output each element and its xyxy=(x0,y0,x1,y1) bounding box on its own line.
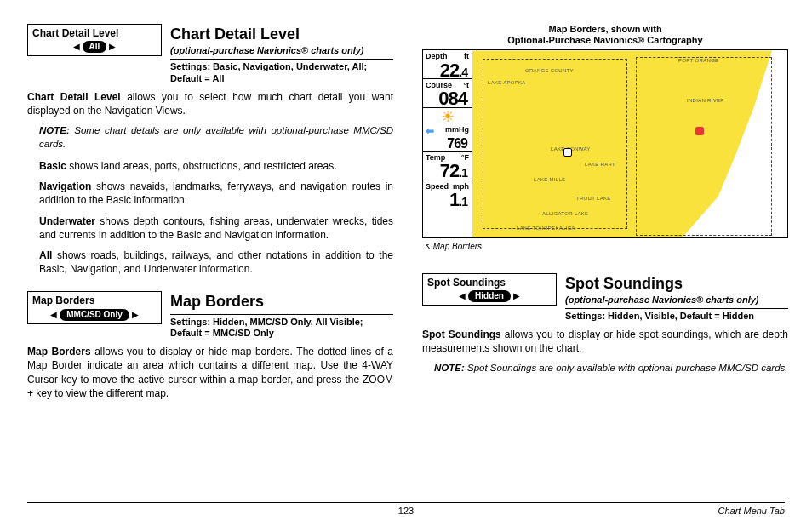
navigation-desc: Navigation shows navaids, landmarks, fer… xyxy=(39,180,393,207)
page-number: 123 xyxy=(398,506,414,516)
map-borders-intro: Map Borders allows you to display or hid… xyxy=(27,345,393,400)
section-heading: Chart Detail Level xyxy=(170,24,393,44)
map-screenshot: LAKE APOPKA ORANGE COUNTY PORT ORANGE LA… xyxy=(422,49,788,238)
section-subheading: (optional-purchase Navionics® charts onl… xyxy=(565,294,788,306)
arrow-right-icon[interactable]: ▶ xyxy=(109,43,116,51)
arrow-left-icon[interactable]: ◀ xyxy=(73,43,80,51)
arrow-left-icon[interactable]: ◀ xyxy=(50,311,57,319)
waypoint-icon xyxy=(563,148,572,157)
section-settings: Settings: Hidden, MMC/SD Only, All Visib… xyxy=(170,317,393,340)
selector-title: Chart Detail Level xyxy=(28,25,161,40)
waypoint-icon xyxy=(695,127,704,135)
chart-detail-level-selector[interactable]: Chart Detail Level ◀ All ▶ xyxy=(27,24,162,56)
map-borders-selector[interactable]: Map Borders ◀ MMC/SD Only ▶ xyxy=(27,291,162,323)
selector-title: Map Borders xyxy=(28,292,161,307)
chart-detail-intro: Chart Detail Level allows you to select … xyxy=(27,90,393,117)
selector-title: Spot Soundings xyxy=(423,274,556,289)
spot-note: NOTE: Spot Soundings are only available … xyxy=(422,362,788,375)
basic-desc: Basic shows land areas, ports, obstructi… xyxy=(39,159,393,173)
footer-tab: Chart Menu Tab xyxy=(718,506,785,516)
chart-detail-note: NOTE: Some chart details are only availa… xyxy=(27,124,393,151)
section-subheading: (optional-purchase Navionics® charts onl… xyxy=(170,44,393,57)
selector-value: All xyxy=(83,41,107,53)
section-heading: Map Borders xyxy=(170,291,393,312)
map-caption: Map Borders, shown withOptional-Purchase… xyxy=(422,24,788,46)
arrow-left-icon: ⬅ xyxy=(426,124,434,138)
section-settings: Settings: Hidden, Visible, Default = Hid… xyxy=(565,311,788,323)
all-desc: All shows roads, buildings, railways, an… xyxy=(39,249,393,276)
selector-value: MMC/SD Only xyxy=(60,309,129,321)
arrow-right-icon[interactable]: ▶ xyxy=(513,292,520,300)
arrow-left-icon[interactable]: ◀ xyxy=(459,292,466,300)
section-settings: Settings: Basic, Navigation, Underwater,… xyxy=(170,61,393,85)
map-borders-label: ↖ Map Borders xyxy=(422,241,788,253)
spot-soundings-selector[interactable]: Spot Soundings ◀ Hidden ▶ xyxy=(422,273,557,306)
underwater-desc: Underwater shows depth contours, fishing… xyxy=(39,214,393,242)
selector-value: Hidden xyxy=(468,290,511,302)
data-readout-panel: Depthft 22.4 Course°t 084 ☀ ⬅mmHg 769 Te… xyxy=(423,50,472,237)
section-heading: Spot Soundings xyxy=(565,273,788,294)
sun-icon: ☀ xyxy=(426,109,469,124)
spot-intro: Spot Soundings allows you to display or … xyxy=(422,328,788,355)
arrow-right-icon[interactable]: ▶ xyxy=(132,311,139,319)
page-footer: 123 Chart Menu Tab xyxy=(27,502,785,516)
